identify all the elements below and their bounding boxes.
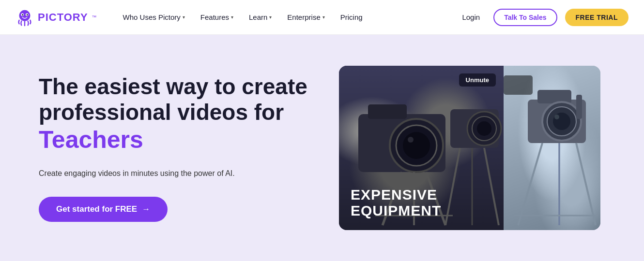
svg-rect-23 [537, 90, 571, 103]
hero-subtext: Create engaging videos in minutes using … [39, 168, 310, 179]
svg-line-20 [484, 148, 499, 225]
svg-line-19 [445, 148, 460, 225]
svg-point-4 [27, 14, 28, 15]
hero-content: The easiest way to create professional v… [39, 74, 310, 222]
logo-icon [15, 8, 34, 27]
main-nav: Who Uses Pictory ▾ Features ▾ Learn ▾ En… [116, 9, 457, 25]
get-started-button[interactable]: Get started for FREE → [39, 197, 168, 222]
video-panel-left: Unmute EXPENSIVE EQUIPMENT [339, 66, 504, 230]
chevron-down-icon: ▾ [183, 14, 185, 20]
logo-wordmark: PICTORY [38, 11, 88, 24]
talk-to-sales-button[interactable]: Talk To Sales [493, 9, 557, 26]
svg-line-30 [576, 143, 596, 225]
video-panel-right [504, 66, 600, 230]
svg-point-18 [477, 121, 491, 136]
nav-enterprise[interactable]: Enterprise ▾ [280, 9, 331, 25]
svg-rect-28 [576, 95, 582, 119]
svg-rect-6 [368, 104, 407, 119]
hero-video-panel: Unmute EXPENSIVE EQUIPMENT [339, 66, 600, 230]
svg-point-27 [554, 115, 559, 119]
login-button[interactable]: Login [456, 9, 486, 25]
nav-pricing[interactable]: Pricing [334, 9, 369, 25]
hero-section: The easiest way to create professional v… [0, 35, 644, 261]
nav-right-actions: Login Talk To Sales FREE TRIAL [456, 9, 629, 26]
svg-point-9 [403, 132, 430, 159]
hero-heading: The easiest way to create professional v… [39, 74, 310, 154]
nav-who-uses[interactable]: Who Uses Pictory ▾ [116, 9, 192, 25]
unmute-badge[interactable]: Unmute [459, 73, 496, 87]
video-overlay-text: EXPENSIVE EQUIPMENT [351, 187, 441, 218]
chevron-down-icon: ▾ [231, 14, 233, 20]
nav-features[interactable]: Features ▾ [194, 9, 240, 25]
chevron-down-icon: ▾ [322, 14, 325, 20]
camera-background-right [504, 66, 600, 230]
svg-rect-33 [504, 75, 533, 95]
arrow-icon: → [142, 204, 150, 214]
svg-point-10 [408, 137, 414, 143]
chevron-down-icon: ▾ [269, 14, 272, 20]
svg-point-0 [19, 10, 31, 21]
free-trial-button[interactable]: FREE TRIAL [565, 9, 629, 26]
site-header: PICTORY™ Who Uses Pictory ▾ Features ▾ L… [0, 0, 644, 35]
svg-point-3 [22, 14, 23, 15]
nav-learn[interactable]: Learn ▾ [242, 9, 278, 25]
logo[interactable]: PICTORY™ [15, 8, 97, 27]
svg-line-29 [518, 143, 542, 225]
hero-heading-highlight: Teachers [39, 125, 310, 154]
logo-trademark: ™ [92, 14, 97, 20]
